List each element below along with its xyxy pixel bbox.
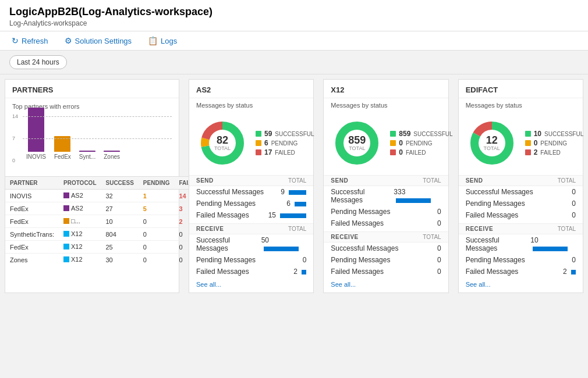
partner-name: FedEx <box>5 215 59 228</box>
x12-total-label: TOTAL <box>348 145 366 151</box>
edifact-receive-row-2: Pending Messages 0 <box>459 254 583 266</box>
as2-receive-rows: Successful Messages 50 Pending Messages … <box>189 234 313 277</box>
x12-see-all[interactable]: See all... <box>324 277 448 293</box>
bar-inovis-fill <box>28 108 44 152</box>
edifact-see-all[interactable]: See all... <box>459 277 583 293</box>
edifact-donut-row: 12 TOTAL 10 SUCCESSFUL 0 PENDING 2 <box>459 111 583 175</box>
edifact-send-row-2: Pending Messages 0 <box>459 198 583 209</box>
value: 0 <box>437 219 441 227</box>
edifact-subtitle: Messages by status <box>459 98 583 111</box>
edifact-pending-count: 0 <box>534 139 538 147</box>
bar-fedex-label: FedEx <box>54 154 71 160</box>
refresh-button[interactable]: ↻ Refresh <box>9 35 51 47</box>
edifact-send-row-1: Successful Messages 0 <box>459 186 583 198</box>
x12-receive-total-col: TOTAL <box>423 234 441 240</box>
table-row: FedEx □... 10 0 2 <box>5 215 218 228</box>
partner-name: Zones <box>5 254 59 266</box>
x12-send-label: SEND <box>331 177 348 184</box>
edifact-send-label: SEND <box>466 177 483 184</box>
header-subtitle: Log-Analytics-workspace <box>9 19 579 27</box>
pending-cell: 0 <box>139 215 175 228</box>
y-label-7: 7 <box>12 135 15 141</box>
y-label-0: 0 <box>12 158 15 163</box>
grid-line-mid <box>23 138 172 139</box>
solution-settings-label: Solution Settings <box>75 37 132 45</box>
partner-name: SyntheticTrans: <box>5 228 59 241</box>
success-cell: 804 <box>101 228 139 241</box>
x12-pending-label: PENDING <box>406 140 433 147</box>
col-partner: PARTNER <box>5 177 59 190</box>
success-cell: 25 <box>101 241 139 254</box>
refresh-label: Refresh <box>22 37 48 45</box>
edifact-pending-label: PENDING <box>540 140 567 147</box>
success-cell: 30 <box>101 254 139 266</box>
logs-button[interactable]: 📋 Logs <box>146 35 179 47</box>
as2-receive-row-1: Successful Messages 50 <box>189 234 313 254</box>
label: Failed Messages <box>331 219 384 227</box>
edifact-failed-count: 2 <box>534 148 538 156</box>
label: Pending Messages <box>331 208 390 216</box>
value: 15 <box>268 211 307 219</box>
protocol-cell: X12 <box>59 241 101 254</box>
table-row: Zones X12 30 0 0 <box>5 254 218 266</box>
label: Failed Messages <box>466 268 519 276</box>
edifact-panel-title: EDIFACT <box>459 80 583 98</box>
success-cell: 32 <box>101 190 139 202</box>
label: Failed Messages <box>331 268 384 276</box>
edifact-failed-label: FAILED <box>540 149 560 156</box>
edifact-receive-total-col: TOTAL <box>558 226 576 232</box>
pending-dot <box>525 140 531 146</box>
x12-send-total-col: TOTAL <box>423 177 441 184</box>
label: Successful Messages <box>196 236 261 252</box>
partners-panel: PARTNERS Top partners with errors 14 7 0… <box>5 79 179 293</box>
pending-cell: 0 <box>139 228 175 241</box>
table-row: SyntheticTrans: X12 804 0 0 <box>5 228 218 241</box>
label: Pending Messages <box>331 256 390 264</box>
bar <box>396 198 431 203</box>
as2-see-all[interactable]: See all... <box>189 277 313 293</box>
as2-legend-successful: 59 SUCCESSFUL <box>256 130 314 138</box>
as2-failed-count: 17 <box>264 148 272 156</box>
value: 0 <box>572 211 576 219</box>
bar-fedex: FedEx <box>54 136 71 160</box>
value: 2 <box>563 268 576 276</box>
edifact-successful-label: SUCCESSFUL <box>544 131 583 137</box>
value: 10 <box>530 236 576 252</box>
partners-panel-title: PARTNERS <box>5 80 179 98</box>
bar <box>295 202 306 206</box>
edifact-send-rows: Successful Messages 0 Pending Messages 0… <box>459 186 583 221</box>
as2-total: 82 <box>214 135 231 145</box>
x12-legend: 859 SUCCESSFUL 0 PENDING 0 FAILED <box>390 130 452 156</box>
bar-synt-label: Synt... <box>79 154 95 160</box>
protocol-cell: □... <box>59 215 101 228</box>
as2-successful-label: SUCCESSFUL <box>275 131 314 137</box>
x12-receive-row-1: Successful Messages 0 <box>324 243 448 254</box>
x12-receive-header: RECEIVE TOTAL <box>324 231 448 243</box>
x12-donut-row: 859 TOTAL 859 SUCCESSFUL 0 PENDING 0 <box>324 111 448 175</box>
time-range-button[interactable]: Last 24 hours <box>9 55 67 69</box>
as2-send-row-2: Pending Messages 6 <box>189 198 313 209</box>
value: 9 <box>281 188 306 196</box>
value: 6 <box>286 199 306 208</box>
value: 333 <box>394 188 441 204</box>
y-label-14: 14 <box>12 113 18 119</box>
label: Failed Messages <box>196 268 249 276</box>
edifact-receive-header: RECEIVE TOTAL <box>459 223 583 234</box>
edifact-successful-count: 10 <box>534 130 541 138</box>
x12-send-row-3: Failed Messages 0 <box>324 217 448 229</box>
value: 0 <box>303 256 307 264</box>
chart-area: Top partners with errors 14 7 0 INOVIS <box>5 98 179 176</box>
solution-settings-button[interactable]: ⚙ Solution Settings <box>62 35 134 47</box>
x12-pending-count: 0 <box>399 139 403 147</box>
label: Pending Messages <box>466 199 525 208</box>
protocol-cell: AS2 <box>59 190 101 202</box>
x12-send-row-2: Pending Messages 0 <box>324 206 448 217</box>
x12-receive-row-3: Failed Messages 0 <box>324 266 448 277</box>
x12-legend-pending: 0 PENDING <box>390 139 452 147</box>
filter-bar: Last 24 hours <box>0 51 588 74</box>
success-cell: 10 <box>101 215 139 228</box>
as2-donut-row: 82 TOTAL 59 SUCCESSFUL 6 PENDING 17 <box>189 111 313 175</box>
bar <box>571 270 576 274</box>
as2-send-row-1: Successful Messages 9 <box>189 186 313 198</box>
edifact-donut: 12 TOTAL <box>466 117 518 169</box>
